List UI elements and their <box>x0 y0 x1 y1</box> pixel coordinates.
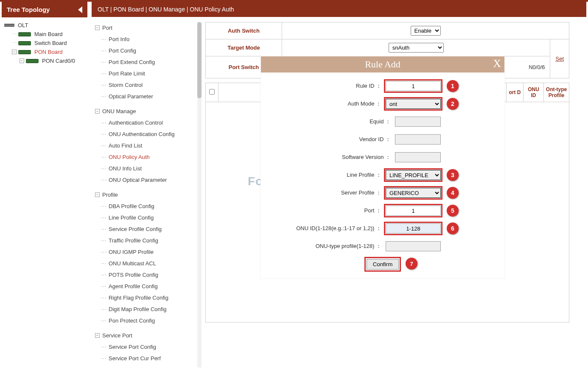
rule-add-modal: Rule Add X Rule ID 1 Auth Mode ont <box>260 56 505 278</box>
select-all-checkbox[interactable] <box>209 89 215 95</box>
col-onu-id: ONU ID <box>524 83 544 102</box>
subnav-group-port: − Port Port Info Port Config Port Extend… <box>92 22 202 102</box>
board-icon <box>18 32 31 36</box>
callout-1: 1 <box>447 80 459 92</box>
subnav-group-title-profile[interactable]: − Profile <box>92 189 202 200</box>
sidebar-header: Tree Topology <box>2 2 87 17</box>
callout-4: 4 <box>447 187 459 199</box>
breadcrumb: OLT | PON Board | ONU Manage | ONU Polic… <box>92 2 586 17</box>
subnav-item-right-flag[interactable]: Right Flag Profile Config <box>92 292 202 303</box>
board-icon <box>18 41 31 45</box>
server-profile-select[interactable]: GENERICO <box>386 188 441 198</box>
subnav-item-line-profile[interactable]: Line Profile Config <box>92 212 202 223</box>
tree: OLT ⋯ Main Board ⋯ Switch Board − PON Bo… <box>2 17 87 69</box>
rule-id-label: Rule ID <box>356 82 381 90</box>
subnav-item-service-profile[interactable]: Service Profile Config <box>92 223 202 235</box>
subnav-item-port-extend[interactable]: Port Extend Config <box>92 56 202 68</box>
modal-title: Rule Add <box>365 59 400 70</box>
callout-3: 3 <box>447 169 459 181</box>
subnav-item-optical[interactable]: Optical Parameter <box>92 91 202 102</box>
callout-5: 5 <box>447 205 459 217</box>
subnav-item-onu-optical[interactable]: ONU Optical Parameter <box>92 174 202 186</box>
onu-type-profile-label: ONU-type profile(1-128) <box>316 242 381 250</box>
board-icon <box>18 50 31 54</box>
subnav-item-pon-protect[interactable]: Pon Protect Config <box>92 315 202 326</box>
target-mode-select[interactable]: snAuth <box>389 43 444 53</box>
line-profile-label: Line Profile <box>347 171 381 179</box>
col-ont-type: Ont-type Profile <box>544 83 569 102</box>
sidebar-title: Tree Topology <box>7 6 50 13</box>
group-toggle-icon[interactable]: − <box>95 109 100 114</box>
vendor-id-label: Vendor ID <box>359 136 391 143</box>
subnav-item-igmp-profile[interactable]: ONU IGMP Profile <box>92 246 202 258</box>
target-mode-label: Target Mode <box>206 39 282 56</box>
subnav-item-digit-map[interactable]: Digit Map Profile Config <box>92 303 202 315</box>
software-version-label: Software Version <box>342 153 391 161</box>
subnav-item-storm-control[interactable]: Storm Control <box>92 79 202 91</box>
subnav-group-profile: − Profile DBA Profile Config Line Profil… <box>92 189 202 326</box>
col-ort-d: ort D <box>507 83 524 102</box>
tree-toggle-icon[interactable]: − <box>12 50 17 54</box>
auth-switch-label: Auth Switch <box>206 22 282 39</box>
subnav-item-auto-find[interactable]: Auto Find List <box>92 140 202 151</box>
confirm-button[interactable]: Confirm <box>367 259 399 270</box>
subnav-item-dba[interactable]: DBA Profile Config <box>92 200 202 212</box>
subnav-item-onu-policy-auth[interactable]: ONU Policy Auth <box>92 151 202 163</box>
modal-close-icon[interactable]: X <box>493 57 501 70</box>
port-input[interactable] <box>386 206 441 216</box>
group-toggle-icon[interactable]: − <box>95 192 100 197</box>
tree-toggle-icon[interactable]: − <box>20 58 24 63</box>
card-icon <box>26 59 39 63</box>
port-switch-value: N0/0/6 <box>529 64 545 70</box>
subnav-item-agent-profile[interactable]: Agent Profile Config <box>92 281 202 292</box>
tree-item-switch-board[interactable]: ⋯ Switch Board <box>4 39 85 47</box>
subnav-item-onu-info-list[interactable]: ONU Info List <box>92 163 202 174</box>
olt-icon <box>4 24 14 27</box>
tree-item-main-board[interactable]: ⋯ Main Board <box>4 30 85 39</box>
subnav-item-port-rate-limit[interactable]: Port Rate Limit <box>92 68 202 79</box>
subnav-group-service-port: − Service Port Service Port Config Servi… <box>92 330 202 364</box>
auth-mode-label: Auth Mode <box>348 100 382 108</box>
equid-input <box>395 117 441 127</box>
subnav-item-traffic-profile[interactable]: Traffic Profile Config <box>92 235 202 246</box>
vendor-id-input <box>395 134 441 145</box>
tree-item-pon-board[interactable]: − PON Board <box>4 47 85 56</box>
main-panel: OLT | PON Board | ONU Manage | ONU Polic… <box>92 2 586 367</box>
auth-mode-select[interactable]: ont <box>386 99 441 109</box>
auth-switch-select[interactable]: Enable <box>411 26 441 36</box>
onu-id-label: ONU ID(1-128(e.g.:1-17 or 1,2)) <box>296 225 381 232</box>
group-toggle-icon[interactable]: − <box>95 333 100 338</box>
subnav: − Port Port Info Port Config Port Extend… <box>92 22 202 367</box>
line-profile-select[interactable]: LINE_PROFILE <box>386 170 441 180</box>
subnav-item-port-info[interactable]: Port Info <box>92 33 202 45</box>
tree-root-olt[interactable]: OLT <box>4 21 85 30</box>
set-link[interactable]: Set <box>555 56 564 62</box>
form-area: ⌒ ForoISP Auth Switch Enable Target Mode <box>205 22 586 367</box>
sidebar-tree-topology: Tree Topology OLT ⋯ Main Board ⋯ Switch … <box>2 2 87 367</box>
subnav-group-onu-manage: − ONU Manage Authentication Control ONU … <box>92 106 202 186</box>
onu-id-input[interactable] <box>386 223 441 234</box>
subnav-group-title-service-port[interactable]: − Service Port <box>92 330 202 341</box>
callout-2: 2 <box>447 98 459 110</box>
modal-header: Rule Add X <box>261 56 504 72</box>
subnav-group-title-port[interactable]: − Port <box>92 22 202 33</box>
subnav-item-onu-auth-config[interactable]: ONU Authentication Config <box>92 128 202 140</box>
subnav-item-auth-control[interactable]: Authentication Control <box>92 117 202 128</box>
subnav-item-pots-profile[interactable]: POTS Profile Config <box>92 269 202 281</box>
tree-item-pon-card[interactable]: − PON Card0/0 <box>4 56 85 65</box>
subnav-item-port-config[interactable]: Port Config <box>92 45 202 56</box>
rule-id-input[interactable] <box>386 81 441 91</box>
subnav-item-service-port-perf[interactable]: Service Port Cur Perf <box>92 353 202 364</box>
group-toggle-icon[interactable]: − <box>95 25 100 30</box>
callout-7: 7 <box>406 258 417 270</box>
onu-type-profile-input <box>386 241 441 251</box>
subnav-item-service-port-config[interactable]: Service Port Config <box>92 341 202 353</box>
collapse-sidebar-icon[interactable] <box>78 6 82 13</box>
subnav-scrollbar[interactable] <box>197 22 202 367</box>
subnav-group-title-onu[interactable]: − ONU Manage <box>92 106 202 117</box>
callout-6: 6 <box>447 223 459 234</box>
software-version-input <box>395 152 441 162</box>
subnav-item-multicast-acl[interactable]: ONU Multicast ACL <box>92 258 202 269</box>
port-label: Port <box>364 207 381 214</box>
server-profile-label: Server Profile <box>341 189 381 197</box>
